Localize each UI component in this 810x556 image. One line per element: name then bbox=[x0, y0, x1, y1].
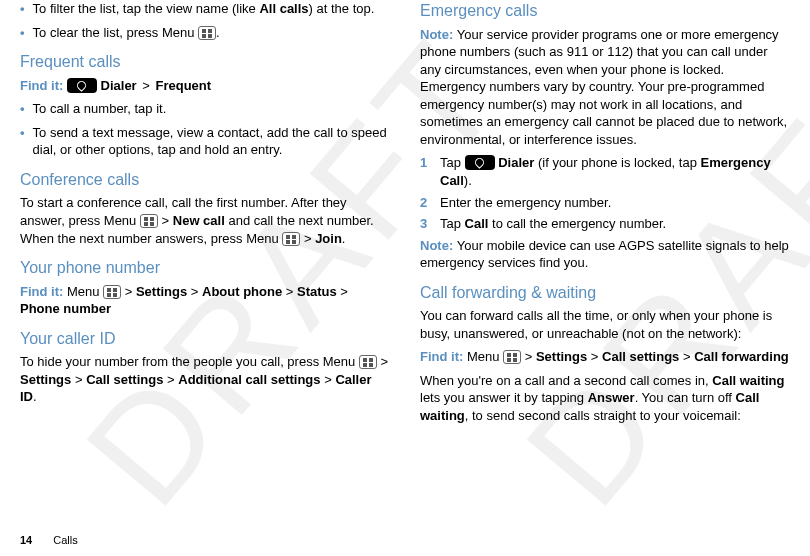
menu-icon bbox=[140, 214, 158, 228]
bullet-clear-list: To clear the list, press Menu . bbox=[20, 24, 390, 42]
heading-conference-calls: Conference calls bbox=[20, 169, 390, 191]
text: Tap bbox=[440, 216, 465, 231]
heading-your-caller-id: Your caller ID bbox=[20, 328, 390, 350]
text: . bbox=[33, 389, 37, 404]
text: . bbox=[216, 25, 220, 40]
heading-call-forwarding: Call forwarding & waiting bbox=[420, 282, 790, 304]
text: To send a text message, view a contact, … bbox=[33, 124, 390, 159]
text-settings: Settings bbox=[20, 372, 71, 387]
page-footer: 14 Calls bbox=[20, 533, 78, 548]
step-2: 2 Enter the emergency number. bbox=[420, 194, 790, 212]
findit-label: Find it: bbox=[420, 349, 467, 364]
note-label: Note: bbox=[420, 27, 457, 42]
paragraph-emergency-note: Note: Your service provider programs one… bbox=[420, 26, 790, 149]
step-3: 3 Tap Call to call the emergency number. bbox=[420, 215, 790, 233]
breadcrumb-sep: > bbox=[71, 372, 86, 387]
text: To filter the list, tap the view name (l… bbox=[33, 1, 260, 16]
step-number: 1 bbox=[420, 154, 430, 189]
breadcrumb-sep: > bbox=[163, 372, 178, 387]
breadcrumb-sep: > bbox=[142, 78, 150, 93]
section-name: Calls bbox=[53, 534, 77, 546]
text-settings: Settings bbox=[536, 349, 587, 364]
text-call: Call bbox=[465, 216, 489, 231]
heading-frequent-calls: Frequent calls bbox=[20, 51, 390, 73]
text-about-phone: About phone bbox=[202, 284, 282, 299]
breadcrumb-sep: > bbox=[187, 284, 202, 299]
paragraph-forwarding: You can forward calls all the time, or o… bbox=[420, 307, 790, 342]
text: (if your phone is locked, tap bbox=[534, 155, 700, 170]
menu-icon bbox=[103, 285, 121, 299]
text-answer: Answer bbox=[588, 390, 635, 405]
findit-label: Find it: bbox=[20, 284, 67, 299]
text: Tap bbox=[440, 155, 465, 170]
breadcrumb-sep: > bbox=[679, 349, 694, 364]
step-1: 1 Tap Dialer (if your phone is locked, t… bbox=[420, 154, 790, 189]
text: . bbox=[342, 231, 346, 246]
text-call-settings: Call settings bbox=[86, 372, 163, 387]
text: ). bbox=[464, 173, 472, 188]
text: When you're on a call and a second call … bbox=[420, 373, 712, 388]
dialer-icon bbox=[465, 155, 495, 170]
text-frequent: Frequent bbox=[152, 78, 211, 93]
breadcrumb-sep: > bbox=[321, 372, 336, 387]
text-allcalls: All calls bbox=[259, 1, 308, 16]
findit-forwarding: Find it: Menu > Settings > Call settings… bbox=[420, 348, 790, 366]
text-call-settings: Call settings bbox=[602, 349, 679, 364]
text-settings: Settings bbox=[136, 284, 187, 299]
text: To hide your number from the people you … bbox=[20, 354, 359, 369]
heading-your-phone-number: Your phone number bbox=[20, 257, 390, 279]
paragraph-emergency-note2: Note: Your mobile device can use AGPS sa… bbox=[420, 237, 790, 272]
breadcrumb-sep: > bbox=[337, 284, 348, 299]
paragraph-caller-id: To hide your number from the people you … bbox=[20, 353, 390, 406]
bullet-filter-list: To filter the list, tap the view name (l… bbox=[20, 0, 390, 18]
text-newcall: New call bbox=[173, 213, 225, 228]
text: Your service provider programs one or mo… bbox=[420, 27, 787, 147]
text: lets you answer it by tapping bbox=[420, 390, 588, 405]
breadcrumb-sep: > bbox=[158, 213, 173, 228]
menu-icon bbox=[359, 355, 377, 369]
paragraph-call-waiting: When you're on a call and a second call … bbox=[420, 372, 790, 425]
bullet-call-number: To call a number, tap it. bbox=[20, 100, 390, 118]
text: To call a number, tap it. bbox=[33, 100, 167, 118]
findit-phone-number: Find it: Menu > Settings > About phone >… bbox=[20, 283, 390, 318]
breadcrumb-sep: > bbox=[121, 284, 136, 299]
paragraph-conference: To start a conference call, call the fir… bbox=[20, 194, 390, 247]
text: to call the emergency number. bbox=[488, 216, 666, 231]
text: Enter the emergency number. bbox=[440, 194, 611, 212]
note-label: Note: bbox=[420, 238, 457, 253]
text-call-forwarding: Call forwarding bbox=[694, 349, 789, 364]
breadcrumb-sep: > bbox=[282, 284, 297, 299]
dialer-icon bbox=[67, 78, 97, 93]
menu-icon bbox=[198, 26, 216, 40]
text-join: Join bbox=[315, 231, 342, 246]
menu-icon bbox=[282, 232, 300, 246]
breadcrumb-sep: > bbox=[300, 231, 315, 246]
text-dialer: Dialer bbox=[495, 155, 535, 170]
breadcrumb-sep: > bbox=[587, 349, 602, 364]
right-column: Emergency calls Note: Your service provi… bbox=[420, 0, 790, 431]
menu-icon bbox=[503, 350, 521, 364]
text-call-waiting: Call waiting bbox=[712, 373, 784, 388]
text-menu: Menu bbox=[467, 349, 503, 364]
findit-label: Find it: bbox=[20, 78, 67, 93]
text: ) at the top. bbox=[309, 1, 375, 16]
findit-frequent: Find it: Dialer > Frequent bbox=[20, 77, 390, 95]
left-column: To filter the list, tap the view name (l… bbox=[20, 0, 390, 431]
text-additional-call-settings: Additional call settings bbox=[178, 372, 320, 387]
text-status: Status bbox=[297, 284, 337, 299]
breadcrumb-sep: > bbox=[377, 354, 388, 369]
step-number: 2 bbox=[420, 194, 430, 212]
text-dialer: Dialer bbox=[97, 78, 140, 93]
step-number: 3 bbox=[420, 215, 430, 233]
text-phone-number: Phone number bbox=[20, 301, 111, 316]
bullet-send-text: To send a text message, view a contact, … bbox=[20, 124, 390, 159]
breadcrumb-sep: > bbox=[521, 349, 536, 364]
text: , to send second calls straight to your … bbox=[465, 408, 741, 423]
heading-emergency-calls: Emergency calls bbox=[420, 0, 790, 22]
text: To clear the list, press Menu bbox=[33, 25, 198, 40]
text-menu: Menu bbox=[67, 284, 103, 299]
text: . You can turn off bbox=[635, 390, 736, 405]
page-number: 14 bbox=[20, 534, 32, 546]
text: Your mobile device can use AGPS satellit… bbox=[420, 238, 789, 271]
